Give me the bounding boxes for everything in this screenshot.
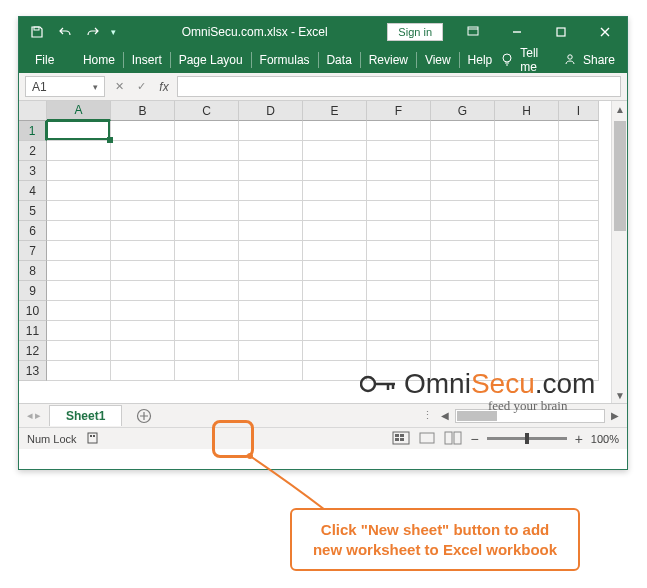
qat-dropdown-icon[interactable]: ▾ (109, 27, 116, 37)
column-header-G[interactable]: G (431, 101, 495, 121)
zoom-in-icon[interactable]: + (575, 431, 583, 447)
svg-rect-11 (400, 434, 404, 437)
row-header-4[interactable]: 4 (19, 181, 47, 201)
row-header-1[interactable]: 1 (19, 121, 47, 141)
row-header-9[interactable]: 9 (19, 281, 47, 301)
ribbon-options-icon[interactable] (451, 17, 495, 47)
redo-icon[interactable] (81, 20, 105, 44)
quick-access-toolbar: ▾ (19, 20, 122, 44)
row-header-11[interactable]: 11 (19, 321, 47, 341)
column-header-E[interactable]: E (303, 101, 367, 121)
new-sheet-button[interactable] (132, 404, 156, 428)
svg-rect-15 (445, 432, 452, 444)
row-header-10[interactable]: 10 (19, 301, 47, 321)
tab-data[interactable]: Data (318, 49, 359, 71)
svg-rect-2 (557, 28, 565, 36)
row-header-12[interactable]: 12 (19, 341, 47, 361)
svg-rect-16 (454, 432, 461, 444)
tell-me-label[interactable]: Tell me (520, 46, 543, 74)
fx-icon[interactable]: fx (155, 80, 173, 94)
row-header-7[interactable]: 7 (19, 241, 47, 261)
svg-rect-0 (34, 27, 39, 30)
row-header-3[interactable]: 3 (19, 161, 47, 181)
watermark-tagline: feed your brain (488, 398, 567, 414)
column-header-A[interactable]: A (47, 101, 111, 121)
scroll-down-icon[interactable]: ▼ (612, 387, 628, 403)
column-header-B[interactable]: B (111, 101, 175, 121)
row-header-6[interactable]: 6 (19, 221, 47, 241)
row-header-8[interactable]: 8 (19, 261, 47, 281)
tab-page-layout[interactable]: Page Layou (171, 49, 251, 71)
title-bar: ▾ OmniSecu.com.xlsx - Excel Sign in (19, 17, 627, 47)
vertical-scroll-thumb[interactable] (614, 121, 626, 231)
row-headers: 12345678910111213 (19, 121, 47, 403)
scroll-left-icon[interactable]: ◀ (439, 410, 451, 421)
tab-review[interactable]: Review (361, 49, 416, 71)
minimize-icon[interactable] (495, 17, 539, 47)
tab-scroll-dots[interactable]: ⋮ (422, 409, 435, 422)
svg-rect-12 (395, 438, 399, 441)
svg-point-4 (568, 54, 572, 58)
watermark-logo: OmniSecu.com (360, 368, 595, 400)
macro-record-icon[interactable] (87, 432, 101, 446)
tab-file[interactable]: File (23, 49, 66, 71)
svg-point-3 (503, 54, 511, 62)
select-all-corner[interactable] (19, 101, 47, 121)
scroll-up-icon[interactable]: ▲ (612, 101, 628, 117)
lightbulb-icon[interactable] (500, 52, 514, 69)
tab-view[interactable]: View (417, 49, 459, 71)
svg-rect-6 (88, 433, 97, 443)
zoom-slider-thumb[interactable] (525, 433, 529, 444)
view-normal-icon[interactable] (392, 431, 410, 447)
tab-help[interactable]: Help (460, 49, 501, 71)
column-header-C[interactable]: C (175, 101, 239, 121)
callout-line-1: Click "New sheet" button to add (306, 520, 564, 540)
column-header-D[interactable]: D (239, 101, 303, 121)
svg-rect-7 (90, 435, 92, 437)
chevron-down-icon[interactable]: ▾ (93, 82, 98, 92)
annotation-highlight (212, 420, 254, 458)
sheet-tab-1[interactable]: Sheet1 (49, 405, 122, 426)
sheet-nav[interactable]: ◂▸ (19, 409, 49, 422)
maximize-icon[interactable] (539, 17, 583, 47)
tab-home[interactable]: Home (75, 49, 123, 71)
row-header-13[interactable]: 13 (19, 361, 47, 381)
zoom-slider[interactable] (487, 437, 567, 440)
undo-icon[interactable] (53, 20, 77, 44)
share-icon[interactable] (563, 52, 577, 69)
active-cell[interactable] (46, 120, 110, 140)
svg-rect-1 (468, 27, 478, 35)
svg-rect-14 (420, 433, 434, 443)
sign-in-button[interactable]: Sign in (387, 23, 443, 41)
row-header-2[interactable]: 2 (19, 141, 47, 161)
share-label[interactable]: Share (583, 53, 615, 67)
view-page-layout-icon[interactable] (418, 431, 436, 447)
svg-rect-8 (93, 435, 95, 437)
cancel-formula-icon[interactable]: ✕ (109, 77, 129, 97)
name-box-value: A1 (32, 80, 47, 94)
tab-formulas[interactable]: Formulas (252, 49, 318, 71)
spreadsheet-grid: ABCDEFGHI 12345678910111213 ▲ ▼ (19, 101, 627, 403)
tab-insert[interactable]: Insert (124, 49, 170, 71)
formula-input[interactable] (177, 76, 621, 97)
status-bar: Num Lock − + 100% (19, 427, 627, 449)
scroll-right-icon[interactable]: ▶ (609, 410, 621, 421)
ribbon-tabs: File Home Insert Page Layou Formulas Dat… (19, 47, 627, 73)
column-header-H[interactable]: H (495, 101, 559, 121)
fill-handle[interactable] (107, 137, 113, 143)
enter-formula-icon[interactable]: ✓ (131, 77, 151, 97)
close-icon[interactable] (583, 17, 627, 47)
window-title: OmniSecu.com.xlsx - Excel (122, 25, 387, 39)
zoom-out-icon[interactable]: − (470, 431, 478, 447)
column-header-F[interactable]: F (367, 101, 431, 121)
save-icon[interactable] (25, 20, 49, 44)
zoom-level[interactable]: 100% (591, 433, 619, 445)
vertical-scrollbar[interactable]: ▲ ▼ (611, 101, 627, 403)
cells-area[interactable] (47, 121, 599, 381)
row-header-5[interactable]: 5 (19, 201, 47, 221)
annotation-callout: Click "New sheet" button to add new work… (290, 508, 580, 571)
callout-line-2: new worksheet to Excel workbook (306, 540, 564, 560)
name-box[interactable]: A1 ▾ (25, 76, 105, 97)
view-page-break-icon[interactable] (444, 431, 462, 447)
column-header-I[interactable]: I (559, 101, 599, 121)
